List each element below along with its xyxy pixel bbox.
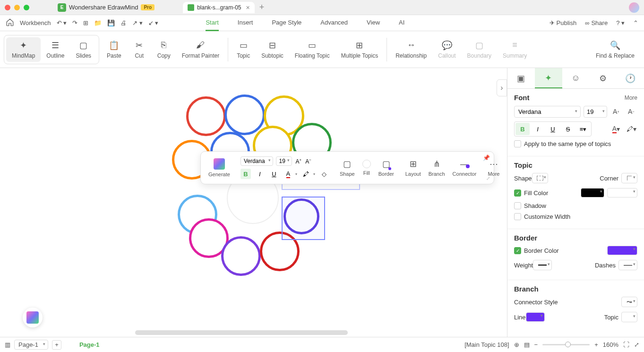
mode-slides[interactable]: ▢ Slides (70, 37, 97, 62)
expand-toolbar-icon[interactable]: ⤢ (486, 176, 490, 181)
apply-same-checkbox[interactable] (514, 140, 521, 147)
mindmap-node[interactable] (224, 94, 265, 135)
shape-button[interactable]: ▢Shape (336, 154, 359, 182)
underline-button[interactable]: U (269, 169, 279, 179)
align-button[interactable]: ≡▾ (576, 123, 590, 135)
paste-button[interactable]: 📋Paste (101, 37, 127, 62)
custom-width-checkbox[interactable] (514, 213, 521, 220)
tab-view[interactable]: View (367, 15, 380, 31)
mode-outline[interactable]: ☰ Outline (41, 37, 70, 62)
font-more[interactable]: More (625, 94, 637, 101)
add-page-button[interactable]: + (52, 340, 61, 350)
help-icon[interactable]: ? ▾ (616, 19, 625, 26)
connector-style-select[interactable]: ⤳ (621, 297, 637, 307)
corner-select[interactable] (621, 173, 637, 183)
print-icon[interactable]: 🖨 (120, 19, 127, 26)
share-button[interactable]: ∞ Share (585, 19, 608, 26)
fullscreen-icon[interactable]: ⤢ (634, 341, 639, 348)
font-size-select[interactable]: 19 (584, 106, 607, 118)
tab-advanced[interactable]: Advanced (320, 15, 348, 31)
collapse-panel-icon[interactable]: › (497, 79, 507, 96)
close-window[interactable] (5, 5, 10, 10)
panel-tab-style[interactable]: ✦ (535, 68, 562, 88)
panel-tab-history[interactable]: 🕐 (617, 68, 644, 88)
fit-icon[interactable]: ⛶ (623, 341, 629, 348)
floating-topic-button[interactable]: ▭Floating Topic (289, 37, 335, 62)
page-select[interactable]: Page-1 (14, 340, 48, 350)
open-icon[interactable]: 📁 (94, 19, 102, 26)
border-color-checkbox[interactable]: ✓ (514, 247, 521, 254)
clear-format-button[interactable]: ◇ (319, 169, 329, 179)
horizontal-scrollbar[interactable] (135, 330, 348, 335)
increase-font-icon[interactable]: A+ (610, 105, 622, 118)
highlight-button[interactable]: 🖍 (301, 169, 311, 179)
save-icon[interactable]: 💾 (107, 19, 115, 26)
tab-ai[interactable]: AI (399, 15, 404, 31)
decrease-font-icon[interactable]: A− (304, 158, 312, 165)
pin-toolbar-icon[interactable]: 📌 (483, 155, 490, 161)
increase-font-icon[interactable]: A+ (295, 158, 303, 165)
minimize-window[interactable] (14, 5, 20, 10)
branch-topic-select[interactable] (621, 312, 637, 322)
fill-color-2[interactable] (607, 188, 637, 197)
multiple-topics-button[interactable]: ⊞Multiple Topics (335, 37, 384, 62)
italic-button[interactable]: I (255, 169, 265, 179)
zoom-thumb[interactable] (565, 342, 571, 347)
connector-button[interactable]: —Connector (449, 154, 481, 182)
zoom-in-icon[interactable]: + (594, 341, 598, 348)
mode-mindmap[interactable]: ✦ MindMap (6, 37, 41, 62)
user-avatar[interactable] (629, 2, 639, 13)
fill-color-1[interactable] (581, 188, 604, 197)
fill-button[interactable]: Fill (359, 154, 375, 182)
close-tab-icon[interactable]: × (246, 4, 250, 11)
font-color-button[interactable]: A▾ (610, 123, 622, 135)
border-color-swatch[interactable] (607, 246, 637, 255)
callout-button[interactable]: 💬Callout (432, 37, 461, 62)
font-color-button[interactable]: A (283, 169, 293, 179)
font-size-select[interactable]: 19 (276, 156, 292, 166)
dashes-select[interactable] (618, 260, 637, 270)
shape-select[interactable] (532, 173, 548, 183)
weight-select[interactable] (533, 260, 552, 270)
find-replace-button[interactable]: 🔍Find & Replace (590, 37, 640, 62)
branch-button[interactable]: ⋔Branch (425, 154, 449, 182)
new-icon[interactable]: ⊞ (83, 19, 88, 26)
format-painter-button[interactable]: 🖌Format Painter (176, 37, 225, 62)
collapse-ribbon-icon[interactable]: ⌃ (633, 19, 638, 26)
decrease-font-icon[interactable]: A− (625, 105, 637, 118)
topic-button[interactable]: ▭Topic (231, 37, 256, 62)
font-family-select[interactable]: Verdana (240, 156, 273, 166)
pages-icon[interactable]: ▥ (5, 341, 10, 348)
panel-tab-settings[interactable]: ⚙ (589, 68, 617, 88)
target-icon[interactable]: ⊕ (514, 341, 519, 348)
workbench-label[interactable]: Workbench (20, 19, 51, 26)
strike-button[interactable]: S (561, 123, 575, 135)
document-tab[interactable]: blank-s...gram-05 × (183, 2, 255, 13)
italic-button[interactable]: I (531, 123, 545, 135)
zoom-out-icon[interactable]: − (534, 341, 538, 348)
tab-page-style[interactable]: Page Style (272, 15, 301, 31)
bold-button[interactable]: B (515, 123, 530, 135)
fill-color-checkbox[interactable]: ✓ (514, 189, 521, 197)
generate-button[interactable]: Generate (205, 154, 234, 182)
canvas[interactable]: › Generate Verdana 19 A+ A− B I (0, 68, 507, 337)
layers-icon[interactable]: ▤ (524, 341, 530, 348)
zoom-value[interactable]: 160% (603, 341, 618, 348)
highlight-button[interactable]: 🖍▾ (625, 123, 637, 135)
line-color-swatch[interactable] (526, 312, 545, 322)
boundary-button[interactable]: ▢Boundary (462, 37, 497, 62)
panel-tab-page[interactable]: ▣ (507, 68, 535, 88)
zoom-slider[interactable] (542, 344, 590, 345)
add-tab-button[interactable]: + (259, 2, 265, 12)
copy-button[interactable]: ⎘Copy (152, 37, 176, 62)
maximize-window[interactable] (24, 5, 29, 10)
border-button[interactable]: ▢Border (375, 154, 398, 182)
layout-button[interactable]: ⊞Layout (402, 154, 425, 182)
import-icon[interactable]: ↙ ▾ (148, 19, 159, 26)
summary-button[interactable]: ≡Summary (497, 37, 532, 62)
font-family-select[interactable]: Verdana (514, 106, 581, 118)
panel-tab-icons[interactable]: ☺ (562, 68, 590, 88)
home-icon[interactable] (6, 18, 14, 28)
tab-insert[interactable]: Insert (238, 15, 253, 31)
undo-icon[interactable]: ↶ ▾ (57, 19, 67, 26)
